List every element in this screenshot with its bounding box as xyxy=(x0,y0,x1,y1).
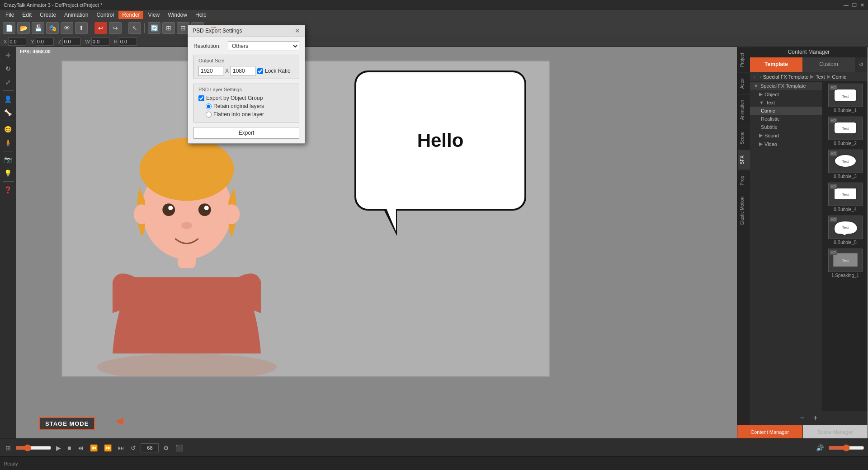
cm-content: ▼ Special FX Template ▶ Object ▼ Text Co… xyxy=(750,82,868,411)
thumb-bubble2[interactable]: HD Text 0.Bubble_2 xyxy=(828,117,863,146)
menu-render[interactable]: Render xyxy=(118,11,143,19)
export-button[interactable]: Export xyxy=(193,127,299,139)
save-btn[interactable]: 💾 xyxy=(32,22,44,34)
open-btn[interactable]: 📂 xyxy=(17,22,30,34)
refresh-cm-btn[interactable]: ↺ xyxy=(855,57,868,72)
move-icon[interactable]: ✛ xyxy=(2,49,14,61)
speech-bubble-tail-inner xyxy=(386,208,396,231)
next-end-btn[interactable]: ⏭ xyxy=(116,443,126,452)
speech-bubble-text: Hello xyxy=(417,130,464,151)
import-btn[interactable]: ⬆ xyxy=(75,22,88,34)
grid-btn[interactable]: ⊞ xyxy=(162,22,175,34)
bottom-right-tabs: Content Manager Scene Manager xyxy=(737,425,868,438)
step-back-btn[interactable]: ⏪ xyxy=(88,443,99,452)
menu-edit[interactable]: Edit xyxy=(19,11,35,19)
breadcrumb-text[interactable]: Text xyxy=(816,74,825,80)
tree-video[interactable]: ▶ Video xyxy=(750,140,822,148)
menu-control[interactable]: Control xyxy=(93,11,118,19)
lock-ratio-checkbox[interactable] xyxy=(257,68,263,74)
y-input[interactable] xyxy=(36,38,54,46)
volume-slider[interactable] xyxy=(828,444,864,451)
tree-special-fx[interactable]: ▼ Special FX Template xyxy=(750,82,822,90)
camera-icon[interactable]: 📷 xyxy=(2,153,14,166)
rotate-icon[interactable]: ↻ xyxy=(2,62,14,75)
canvas-area[interactable]: FPS: 4668.00 Hello xyxy=(16,47,737,438)
vsidebar-project[interactable]: Project xyxy=(738,47,750,72)
menu-file[interactable]: File xyxy=(2,11,18,19)
layout-btn[interactable]: ⊞ xyxy=(4,443,13,452)
refresh-btn[interactable]: 🔄 xyxy=(148,22,160,34)
vsidebar-animation[interactable]: Animation xyxy=(738,94,750,125)
tree-object[interactable]: ▶ Object xyxy=(750,90,822,99)
height-input[interactable] xyxy=(231,66,255,76)
minimize-btn[interactable]: — xyxy=(844,2,849,8)
tab-template[interactable]: Template xyxy=(750,57,802,72)
export-by-group-checkbox[interactable] xyxy=(198,95,204,101)
menu-create[interactable]: Create xyxy=(36,11,60,19)
actor-icon[interactable]: 👤 xyxy=(2,93,14,105)
record-btn[interactable]: ⬛ xyxy=(174,443,185,452)
breadcrumb-comic[interactable]: Comic xyxy=(832,74,846,80)
bone-icon[interactable]: 🦴 xyxy=(2,106,14,119)
width-input[interactable] xyxy=(198,66,223,76)
thumb-bubble4[interactable]: HD Text 0.Bubble_4 xyxy=(828,183,863,212)
close-btn[interactable]: ✕ xyxy=(860,2,864,8)
sprite-btn[interactable]: 🎭 xyxy=(46,22,59,34)
menu-window[interactable]: Window xyxy=(164,11,191,19)
thumb-bubble5[interactable]: HD Text 0.Bubble_5 xyxy=(828,216,863,245)
body-icon[interactable]: 🧍 xyxy=(2,136,14,149)
light-icon[interactable]: 💡 xyxy=(2,167,14,179)
face-icon[interactable]: 😊 xyxy=(2,123,14,136)
audio-icon[interactable]: 🔊 xyxy=(814,443,826,452)
stop-btn[interactable]: ■ xyxy=(66,443,73,452)
psd-close-btn[interactable]: ✕ xyxy=(295,28,300,34)
menu-animation[interactable]: Animation xyxy=(61,11,92,19)
step-fwd-btn[interactable]: ⏩ xyxy=(102,443,113,452)
undo-btn[interactable]: ↩ xyxy=(94,22,107,34)
zoom-slider[interactable] xyxy=(15,444,52,451)
thumb-speaking1[interactable]: HD Text 1.Speaking_1 xyxy=(828,249,863,278)
tree-realistic[interactable]: Realistic xyxy=(750,115,822,123)
menu-view[interactable]: View xyxy=(144,11,163,19)
resolution-select[interactable]: Others HD 720p HD 1080p 4K Custom xyxy=(228,41,299,51)
vsidebar-actor[interactable]: Actor xyxy=(738,72,750,94)
prev-start-btn[interactable]: ⏮ xyxy=(75,443,85,452)
menu-help[interactable]: Help xyxy=(192,11,210,19)
tab-custom[interactable]: Custom xyxy=(802,57,855,72)
retain-layers-radio[interactable] xyxy=(206,103,212,109)
new-btn[interactable]: 📄 xyxy=(3,22,15,34)
tree-sound[interactable]: ▶ Sound xyxy=(750,131,822,140)
cursor-btn[interactable]: ↖ xyxy=(128,22,141,34)
z-input[interactable] xyxy=(62,38,80,46)
breadcrumb-sfx[interactable]: Special FX Template xyxy=(763,74,809,80)
breadcrumb-bar: ← › Special FX Template ▶ Text ▶ Comic xyxy=(750,72,868,82)
tab-content-manager[interactable]: Content Manager xyxy=(737,425,803,438)
settings-btn[interactable]: ⚙ xyxy=(161,443,171,452)
cm-remove-btn[interactable]: − xyxy=(800,414,804,422)
scale-icon[interactable]: ⤢ xyxy=(2,76,14,89)
tree-text[interactable]: ▼ Text xyxy=(750,99,822,107)
back-btn[interactable]: ← xyxy=(753,74,758,80)
tree-comic[interactable]: Comic xyxy=(750,107,822,115)
thumb-bubble1[interactable]: HD Text 0.Bubble_1 xyxy=(828,84,863,113)
vsidebar-scene[interactable]: Scene xyxy=(738,126,750,150)
loop-btn[interactable]: ↺ xyxy=(129,443,138,452)
help-icon[interactable]: ❓ xyxy=(2,183,14,196)
play-btn[interactable]: ▶ xyxy=(54,443,63,452)
window-controls[interactable]: — ❐ ✕ xyxy=(844,2,864,8)
redo-btn[interactable]: ↪ xyxy=(109,22,122,34)
w-input[interactable] xyxy=(91,38,109,46)
tab-scene-manager[interactable]: Scene Manager xyxy=(803,425,868,438)
frame-input[interactable] xyxy=(141,443,159,452)
flatten-radio[interactable] xyxy=(206,112,212,118)
tree-subtitle[interactable]: Subtitle xyxy=(750,123,822,131)
preview-btn[interactable]: 👁 xyxy=(61,22,73,34)
vsidebar-sfx[interactable]: SFX xyxy=(738,150,750,169)
x-input[interactable] xyxy=(8,38,26,46)
h-input[interactable] xyxy=(119,38,137,46)
cm-add-btn[interactable]: + xyxy=(813,414,817,422)
maximize-btn[interactable]: ❐ xyxy=(852,2,857,8)
vsidebar-elastic[interactable]: Elastic Motion xyxy=(738,191,750,230)
vsidebar-prop[interactable]: Prop xyxy=(738,170,750,191)
thumb-bubble3[interactable]: HD Text 0.Bubble_3 xyxy=(828,150,863,179)
